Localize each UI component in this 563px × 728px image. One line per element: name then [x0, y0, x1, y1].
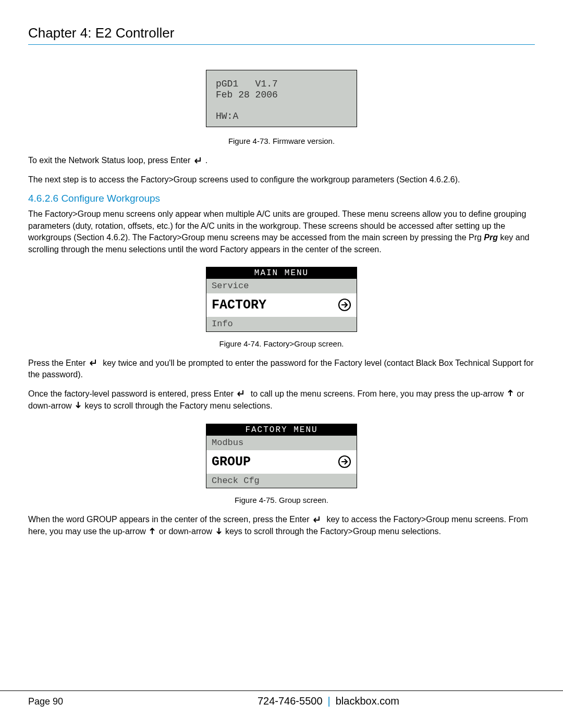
- up-arrow-icon: [149, 526, 155, 538]
- footer-site: blackbox.com: [336, 695, 399, 707]
- text-group-pre: When the word GROUP appears in the cente…: [28, 515, 312, 524]
- text-once-pre: Once the factory-level password is enter…: [28, 389, 236, 398]
- text-exit-pre: To exit the Network Status loop, press E…: [28, 156, 193, 165]
- paragraph-group: When the word GROUP appears in the cente…: [28, 514, 535, 538]
- main-menu-row-top: Service: [206, 279, 357, 293]
- factory-menu-screen: FACTORY MENU Modbus GROUP Check Cfg: [206, 424, 357, 489]
- section-heading: 4.6.2.6 Configure Workgroups: [28, 193, 535, 204]
- main-menu-header: MAIN MENU: [206, 267, 357, 279]
- text-exit-post: .: [205, 156, 207, 165]
- factory-menu-selected-label: GROUP: [212, 454, 251, 470]
- footer-contact: 724-746-5500|blackbox.com: [122, 695, 535, 707]
- lcd-line-1: pGD1 V1.7: [216, 79, 278, 89]
- down-arrow-icon: [75, 400, 81, 412]
- main-menu-screen: MAIN MENU Service FACTORY Info: [206, 267, 357, 332]
- enter-icon: [237, 388, 247, 400]
- text-press-pre: Press the Enter: [28, 359, 88, 367]
- factory-menu-row-top: Modbus: [206, 436, 357, 450]
- text-once-mid1: to call up the menu screens. From here, …: [248, 389, 506, 398]
- down-arrow-icon: [216, 526, 222, 538]
- enter-icon: [89, 357, 100, 369]
- arrow-right-circle-icon: [338, 298, 351, 312]
- up-arrow-icon: [507, 388, 513, 400]
- main-menu-selected-label: FACTORY: [212, 298, 266, 313]
- figure-74-caption: Figure 4-74. Factory>Group screen.: [28, 339, 535, 348]
- factory-menu-row-bottom: Check Cfg: [206, 474, 357, 488]
- figure-73-caption: Figure 4-73. Firmware version.: [28, 137, 535, 145]
- text-press-post: key twice and you'll be prompted to ente…: [28, 359, 533, 379]
- footer-phone: 724-746-5500: [258, 695, 323, 707]
- factory-menu-header: FACTORY MENU: [206, 424, 357, 436]
- main-menu-row-bottom: Info: [206, 317, 357, 331]
- chapter-title: Chapter 4: E2 Controller: [28, 25, 535, 45]
- lcd-line-3: HW:A: [216, 111, 238, 121]
- paragraph-once-entered: Once the factory-level password is enter…: [28, 388, 535, 412]
- prg-key-label: Prg: [484, 233, 498, 242]
- text-once-post: keys to scroll through the Factory menu …: [82, 401, 273, 410]
- factory-menu-selected: GROUP: [206, 450, 357, 474]
- footer-separator: |: [328, 695, 331, 707]
- paragraph-configure: The Factory>Group menu screens only appe…: [28, 208, 535, 255]
- text-group-post: keys to scroll through the Factory>Group…: [223, 527, 441, 536]
- page-number: Page 90: [28, 696, 122, 707]
- paragraph-press-enter: Press the Enter key twice and you'll be …: [28, 357, 535, 381]
- paragraph-next: The next step is to access the Factory>G…: [28, 174, 535, 186]
- text-group-mid2: or down-arrow: [156, 527, 214, 536]
- enter-icon: [313, 514, 323, 526]
- firmware-lcd: pGD1 V1.7 Feb 28 2006 HW:A: [206, 70, 357, 127]
- main-menu-selected: FACTORY: [206, 293, 357, 317]
- figure-75-caption: Figure 4-75. Group screen.: [28, 496, 535, 504]
- paragraph-exit: To exit the Network Status loop, press E…: [28, 155, 535, 167]
- page-footer: Page 90 724-746-5500|blackbox.com: [0, 690, 563, 707]
- enter-icon: [194, 155, 204, 167]
- text-cfg-pre: The Factory>Group menu screens only appe…: [28, 209, 526, 242]
- arrow-right-circle-icon: [338, 455, 351, 468]
- lcd-line-2: Feb 28 2006: [216, 90, 278, 100]
